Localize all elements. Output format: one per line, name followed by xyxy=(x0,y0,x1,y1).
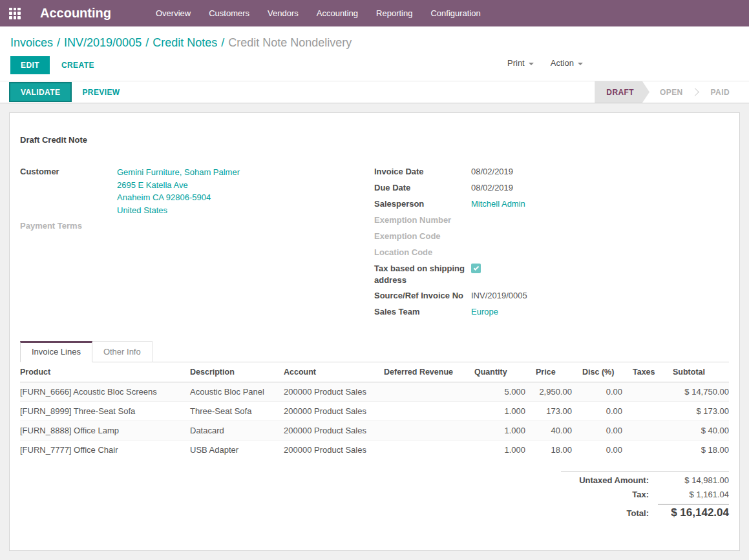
cell-deferred-revenue xyxy=(379,421,469,441)
app-window: Accounting Overview Customers Vendors Ac… xyxy=(0,0,749,560)
nav-item-customers[interactable]: Customers xyxy=(200,0,258,26)
col-header-quantity[interactable]: Quantity xyxy=(469,362,531,382)
nav-item-reporting[interactable]: Reporting xyxy=(367,0,421,26)
invoice-line-row[interactable]: [FURN_8888] Office Lamp Datacard 200000 … xyxy=(20,421,729,441)
customer-address-line[interactable]: 2695 E Katella Ave xyxy=(117,179,240,192)
cell-product: [FURN_8999] Three-Seat Sofa xyxy=(20,402,185,421)
statusbar: VALIDATE PREVIEW DRAFT OPEN PAID xyxy=(0,81,749,103)
sales-team-label: Sales Team xyxy=(374,306,471,318)
tax-row: Tax: $ 1,161.04 xyxy=(561,490,729,499)
nav-item-configuration[interactable]: Configuration xyxy=(421,0,489,26)
nav-menu: Overview Customers Vendors Accounting Re… xyxy=(147,0,490,26)
col-header-product[interactable]: Product xyxy=(20,362,185,382)
col-header-taxes[interactable]: Taxes xyxy=(628,362,668,382)
cell-subtotal: $ 40.00 xyxy=(668,421,729,441)
sales-team-link[interactable]: Europe xyxy=(471,306,498,318)
invoice-line-row[interactable]: [FURN_6666] Acoustic Bloc Screens Acoust… xyxy=(20,382,729,402)
customer-name-link[interactable]: Gemini Furniture, Soham Palmer xyxy=(117,166,240,179)
cell-product: [FURN_7777] Office Chair xyxy=(20,441,185,460)
edit-button[interactable]: EDIT xyxy=(10,56,50,74)
nav-item-accounting[interactable]: Accounting xyxy=(308,0,367,26)
cell-account: 200000 Product Sales xyxy=(279,402,379,421)
col-header-deferred-revenue[interactable]: Deferred Revenue xyxy=(379,362,469,382)
apps-grid-icon[interactable] xyxy=(9,8,21,19)
breadcrumb-link-credit-notes[interactable]: Credit Notes xyxy=(153,36,217,49)
form-sheet: Draft Credit Note Customer Gemini Furnit… xyxy=(9,112,740,551)
cell-disc: 0.00 xyxy=(577,402,628,421)
document-title: Draft Credit Note xyxy=(20,135,729,145)
col-header-account[interactable]: Account xyxy=(279,362,379,382)
cell-quantity: 5.000 xyxy=(469,382,531,402)
salesperson-label: Salesperson xyxy=(374,198,471,210)
nav-item-overview[interactable]: Overview xyxy=(147,0,200,26)
customer-address-line[interactable]: Anaheim CA 92806-5904 xyxy=(117,191,240,204)
cell-price: 2,950.00 xyxy=(531,382,577,402)
cell-product: [FURN_8888] Office Lamp xyxy=(20,421,185,441)
total-row: Total: $ 16,142.04 xyxy=(561,504,729,519)
checkmark-icon xyxy=(473,265,478,270)
cell-account: 200000 Product Sales xyxy=(279,421,379,441)
print-dropdown[interactable]: Print xyxy=(507,58,534,68)
form-column-left: Customer Gemini Furniture, Soham Palmer … xyxy=(20,166,374,322)
nav-item-vendors[interactable]: Vendors xyxy=(258,0,308,26)
field-tax-shipping: Tax based on shipping address xyxy=(374,263,729,286)
field-salesperson: Salesperson Mitchell Admin xyxy=(374,198,729,211)
invoice-line-row[interactable]: [FURN_7777] Office Chair USB Adapter 200… xyxy=(20,441,729,460)
cell-subtotal: $ 18.00 xyxy=(668,441,729,460)
cell-price: 18.00 xyxy=(531,441,577,460)
invoice-date-label: Invoice Date xyxy=(374,166,471,178)
cell-disc: 0.00 xyxy=(577,441,628,460)
cell-deferred-revenue xyxy=(379,402,469,421)
chevron-down-icon xyxy=(529,63,534,65)
cell-quantity: 1.000 xyxy=(469,421,531,441)
notebook-tabs: Invoice Lines Other Info xyxy=(20,340,729,362)
invoice-date-value: 08/02/2019 xyxy=(471,166,513,178)
payment-terms-label: Payment Terms xyxy=(20,220,117,232)
tax-label: Tax: xyxy=(561,490,658,499)
col-header-disc[interactable]: Disc (%) xyxy=(577,362,628,382)
cell-disc: 0.00 xyxy=(577,421,628,441)
breadcrumb-link-invoice-number[interactable]: INV/2019/0005 xyxy=(64,36,142,49)
tab-other-info[interactable]: Other Info xyxy=(92,341,153,362)
invoice-line-row[interactable]: [FURN_8999] Three-Seat Sofa Three-Seat S… xyxy=(20,402,729,421)
validate-button[interactable]: VALIDATE xyxy=(9,82,72,102)
salesperson-link[interactable]: Mitchell Admin xyxy=(471,198,525,210)
tax-shipping-label: Tax based on shipping address xyxy=(374,263,471,286)
create-button[interactable]: CREATE xyxy=(61,61,94,70)
control-panel: Invoices/INV/2019/0005/Credit Notes/Cred… xyxy=(0,26,749,81)
breadcrumb-separator: / xyxy=(217,36,228,49)
breadcrumb-link-invoices[interactable]: Invoices xyxy=(10,36,53,49)
cell-product: [FURN_6666] Acoustic Bloc Screens xyxy=(20,382,185,402)
table-header-row: Product Description Account Deferred Rev… xyxy=(20,362,729,382)
totals-block: Untaxed Amount: $ 14,981.00 Tax: $ 1,161… xyxy=(561,471,729,524)
col-header-description[interactable]: Description xyxy=(185,362,279,382)
form-grid: Customer Gemini Furniture, Soham Palmer … xyxy=(20,166,729,322)
cell-description: Datacard xyxy=(185,421,279,441)
status-state-paid[interactable]: PAID xyxy=(701,81,740,103)
preview-button[interactable]: PREVIEW xyxy=(82,81,120,103)
col-header-price[interactable]: Price xyxy=(531,362,577,382)
status-widget: DRAFT OPEN PAID xyxy=(595,81,749,103)
customer-address-line[interactable]: United States xyxy=(117,204,240,217)
tab-invoice-lines[interactable]: Invoice Lines xyxy=(20,341,92,362)
tax-shipping-checkbox[interactable] xyxy=(471,264,481,273)
cell-price: 173.00 xyxy=(531,402,577,421)
field-sales-team: Sales Team Europe xyxy=(374,306,729,318)
button-row: EDIT CREATE Print Action xyxy=(0,50,749,81)
content-area: Draft Credit Note Customer Gemini Furnit… xyxy=(0,103,749,560)
cell-description: Three-Seat Sofa xyxy=(185,402,279,421)
cell-quantity: 1.000 xyxy=(469,441,531,460)
status-state-draft[interactable]: DRAFT xyxy=(595,81,649,103)
cell-deferred-revenue xyxy=(379,382,469,402)
action-dropdown[interactable]: Action xyxy=(551,58,583,68)
field-exemption-code: Exemption Code xyxy=(374,231,729,243)
cell-deferred-revenue xyxy=(379,441,469,460)
status-state-open[interactable]: OPEN xyxy=(649,81,693,103)
total-label: Total: xyxy=(561,508,658,518)
customer-value: Gemini Furniture, Soham Palmer 2695 E Ka… xyxy=(117,166,240,216)
app-title[interactable]: Accounting xyxy=(40,6,111,21)
col-header-subtotal[interactable]: Subtotal xyxy=(668,362,729,382)
exemption-number-label: Exemption Number xyxy=(374,214,471,226)
field-location-code: Location Code xyxy=(374,247,729,259)
field-payment-terms: Payment Terms xyxy=(20,220,374,233)
